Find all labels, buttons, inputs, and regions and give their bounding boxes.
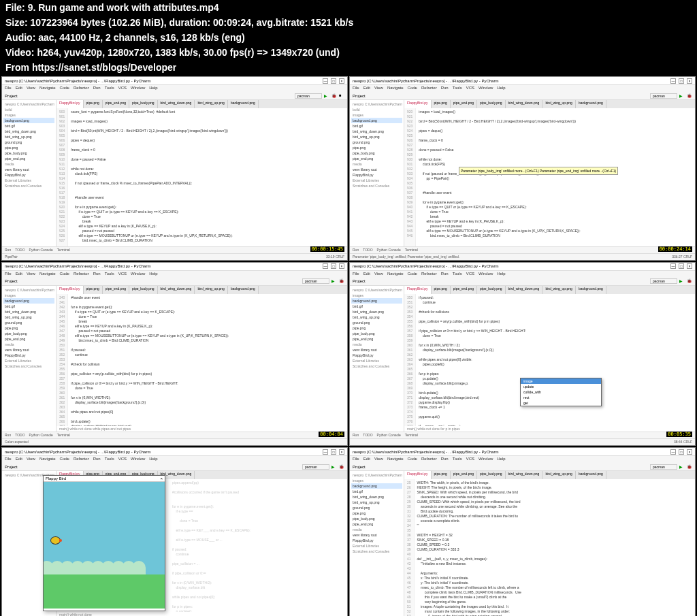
warning-tooltip: Parameter 'pipe_body_img' unfilled more.… <box>459 167 618 175</box>
sidebar-item[interactable]: bird.gif <box>3 123 54 129</box>
clouds <box>44 561 165 574</box>
ide-pane-5: newpro [C:\Users\sachin\PycharmProjects\… <box>349 447 696 616</box>
popup-item[interactable]: collide_with <box>521 389 601 395</box>
sidebar-item[interactable]: bird_wing_down.png <box>3 129 54 134</box>
tab[interactable]: pipe_end.png <box>103 100 129 108</box>
menu-navigate[interactable]: Navigate <box>39 86 56 91</box>
maximize-icon[interactable]: □ <box>679 78 684 84</box>
menu-edit[interactable]: Edit <box>16 86 22 91</box>
game-titlebar: Flappy Bird × <box>44 476 165 482</box>
maximize-icon[interactable]: □ <box>331 78 336 84</box>
tab[interactable]: pipe.png <box>84 100 103 108</box>
status-right: 33:19 CRLF <box>326 255 344 259</box>
code-editor[interactable]: 900 901 902 903 904 905 906 907 908 909 … <box>56 108 347 246</box>
window-title: newpro [C:\Users\sachin\PycharmProjects\… <box>5 79 150 83</box>
menu-tools[interactable]: Tools <box>105 86 114 91</box>
file-info-from: From https://sanet.st/blogs/Developer <box>0 60 697 75</box>
sidebar-item[interactable]: FlappyBird.py <box>3 172 54 178</box>
close-icon[interactable]: × <box>339 78 344 84</box>
file-info-audio: Audio: aac, 44100 Hz, 2 channels, s16, 1… <box>0 30 697 45</box>
sidebar-item[interactable]: pipe.png <box>3 145 54 150</box>
tab-python-console[interactable]: Python Console <box>29 248 53 253</box>
minimize-icon[interactable]: — <box>670 78 676 84</box>
project-root[interactable]: newpro C:\Users\sachin\Pycharm <box>3 101 54 107</box>
sidebar-item[interactable]: pipe_body.png <box>3 150 54 156</box>
file-info-size: Size: 107223964 bytes (102.26 MiB), dura… <box>0 15 697 30</box>
sidebar-item[interactable]: Scratches and Consoles <box>3 183 54 189</box>
menu-code[interactable]: Code <box>60 86 69 91</box>
code-editor[interactable]: 920 921 922 923 924 925 926 927 928 929 … <box>404 108 695 246</box>
sidebar-item[interactable]: build <box>3 107 54 112</box>
game-close-icon[interactable]: × <box>160 476 163 481</box>
sidebar-item[interactable]: venv library root <box>3 167 54 172</box>
bird-sprite <box>50 536 61 545</box>
sidebar-item[interactable]: bird_wing_up.png <box>3 134 54 140</box>
menubar: File Edit View Navigate Code Refactor Ru… <box>2 85 347 92</box>
sidebar-item[interactable]: media <box>3 161 54 167</box>
close-icon[interactable]: × <box>687 78 692 84</box>
breadcrumb: main() while not done <box>56 612 347 616</box>
bottom-panel: Run TODO Python Console Terminal Event L… <box>2 246 347 253</box>
sidebar-item[interactable]: External Libraries <box>3 178 54 183</box>
search-input[interactable]: pacman <box>650 93 677 99</box>
sidebar-item[interactable]: background.png <box>3 118 54 123</box>
tab-terminal[interactable]: Terminal <box>57 248 70 253</box>
tab-todo[interactable]: TODO <box>15 248 25 253</box>
timestamp: 00:05:35 <box>666 432 692 437</box>
ide-pane-0: newpro [C:\Users\sachin\PycharmProjects\… <box>1 76 348 261</box>
ide-pane-1: newpro [C:\Users\sachin\PycharmProjects\… <box>349 76 696 261</box>
menu-refactor[interactable]: Refactor <box>74 86 89 91</box>
menu-run[interactable]: Run <box>93 86 101 91</box>
tab-flappybird[interactable]: FlappyBird.py <box>56 100 84 108</box>
project-sidebar[interactable]: newpro C:\Users\sachin\Pycharm build ima… <box>350 100 404 246</box>
flappy-bird-window[interactable]: Flappy Bird × <box>43 475 165 611</box>
sidebar-item[interactable]: pipe_end.png <box>3 156 54 161</box>
ide-grid: newpro [C:\Users\sachin\PycharmProjects\… <box>0 75 697 616</box>
popup-item[interactable]: rect <box>521 395 601 400</box>
debug-icon[interactable]: 🐞 <box>687 93 692 99</box>
titlebar: newpro [C:\Users\sachin\PycharmProjects\… <box>2 77 347 85</box>
popup-item[interactable]: update <box>521 384 601 389</box>
project-label: Project <box>5 94 18 98</box>
statusbar: PipePair 33:19 CRLF <box>2 253 347 260</box>
editor-tabs: FlappyBird.py pipe.png pipe_end.png pipe… <box>56 100 347 108</box>
menu-window[interactable]: Window <box>131 86 145 91</box>
popup-item[interactable]: get <box>521 400 601 406</box>
menu-help[interactable]: Help <box>149 86 157 91</box>
line-gutter: 900 901 902 903 904 905 906 907 908 909 … <box>56 108 68 246</box>
sidebar-item[interactable]: ground.png <box>3 140 54 145</box>
autocomplete-popup[interactable]: image update collide_with rect get <box>520 378 602 406</box>
project-sidebar[interactable]: newpro C:\Users\sachin\Pycharm build ima… <box>2 100 56 246</box>
tab[interactable]: bird_wing_down.png <box>158 100 195 108</box>
minimize-icon[interactable]: — <box>323 78 328 84</box>
menu-vcs[interactable]: VCS <box>118 86 127 91</box>
game-canvas[interactable] <box>44 482 165 609</box>
menu-file[interactable]: File <box>5 86 12 91</box>
code-content[interactable]: score_font = pygame.font.SysFont(None,32… <box>68 108 347 246</box>
file-info-video: Video: h264, yuv420p, 1280x720, 1383 kb/… <box>0 45 697 60</box>
game-title-text: Flappy Bird <box>46 476 66 481</box>
ide-pane-2: newpro [C:\Users\sachin\PycharmProjects\… <box>1 262 348 447</box>
search-input[interactable]: pacman <box>295 93 322 99</box>
stop-icon[interactable]: ■ <box>339 93 344 99</box>
breadcrumb: main() while not done for p in pipes <box>404 426 695 432</box>
status-left: PipePair <box>5 255 18 259</box>
ground <box>44 574 165 609</box>
run-icon[interactable]: ▶ <box>324 93 329 99</box>
file-info-file: File: 9. Run game and work with attribut… <box>0 0 697 15</box>
sidebar-item[interactable]: images <box>3 112 54 118</box>
popup-item[interactable]: image <box>521 378 601 384</box>
timestamp: 00:00:15:45 <box>310 246 344 252</box>
tab[interactable]: pipe_body.png <box>129 100 157 108</box>
breadcrumb: main() while not done while pipes and no… <box>56 426 347 432</box>
run-icon[interactable]: ▶ <box>679 93 685 99</box>
ide-pane-4: newpro [C:\Users\sachin\PycharmProjects\… <box>1 447 348 616</box>
debug-icon[interactable]: 🐞 <box>331 93 337 99</box>
tab-run[interactable]: Run <box>5 248 11 253</box>
menu-view[interactable]: View <box>27 86 35 91</box>
tab[interactable]: bird_wing_up.png <box>195 100 227 108</box>
tab[interactable]: background.png <box>228 100 259 108</box>
timestamp: 00:00:24:14 <box>658 246 692 252</box>
ide-pane-3: newpro [C:\Users\sachin\PycharmProjects\… <box>349 262 696 447</box>
toolbar: Project pacman ▶ 🐞 ■ <box>2 92 347 100</box>
